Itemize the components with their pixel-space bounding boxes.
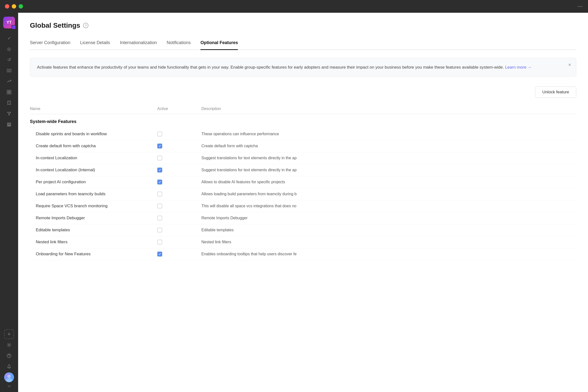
svg-rect-2 xyxy=(7,90,9,92)
svg-rect-1 xyxy=(10,69,11,72)
feature-description: Allows loading build parameters from tea… xyxy=(202,192,576,196)
titlebar: ⋯ xyxy=(0,0,588,13)
feature-description: Remote Imports Debugger xyxy=(202,216,576,220)
table-row: In-context LocalizationSuggest translati… xyxy=(30,152,576,164)
table-row: Require Space VCS branch monitoringThis … xyxy=(30,200,576,212)
sidebar-expand-icon[interactable]: ≫ xyxy=(7,384,11,388)
svg-rect-8 xyxy=(7,124,11,125)
feature-description: Suggest translations for text elements d… xyxy=(202,156,576,160)
feature-name: Nested link filters xyxy=(30,240,157,244)
table-row: In-context Localization (Internal)Sugges… xyxy=(30,164,576,176)
close-window-button[interactable] xyxy=(5,4,9,8)
sidebar-item-history[interactable]: ↺ xyxy=(4,55,14,65)
feature-name: In-context Localization xyxy=(30,156,157,160)
table-row: Disable sprints and boards in workflowTh… xyxy=(30,128,576,140)
svg-rect-5 xyxy=(9,92,11,94)
feature-name: Create default form with captcha xyxy=(30,144,157,148)
feature-active-cell xyxy=(157,240,202,244)
table-row: Editable templatesEditable templates xyxy=(30,224,576,236)
feature-active-cell xyxy=(157,252,202,256)
feature-checkbox[interactable] xyxy=(157,156,162,160)
feature-checkbox[interactable] xyxy=(157,204,162,208)
table-row: Onboarding for New FeaturesEnables onboa… xyxy=(30,248,576,260)
feature-checkbox[interactable] xyxy=(157,216,162,220)
features-toolbar: Unlock feature xyxy=(30,86,576,98)
feature-active-cell xyxy=(157,204,202,208)
svg-rect-0 xyxy=(7,69,8,72)
sidebar-item-grid[interactable] xyxy=(4,87,14,97)
feature-checkbox[interactable] xyxy=(157,144,162,148)
sidebar-item-check[interactable]: ✓ xyxy=(4,33,14,43)
feature-rows-container: Disable sprints and boards in workflowTh… xyxy=(30,128,576,260)
app-logo[interactable]: YT xyxy=(3,17,15,28)
minimize-window-button[interactable] xyxy=(12,4,16,8)
section-system-wide: System-wide Features xyxy=(30,114,576,128)
tab-internationalization[interactable]: Internationalization xyxy=(120,36,157,50)
add-project-button[interactable]: + xyxy=(4,329,14,339)
titlebar-menu-icon[interactable]: ⋯ xyxy=(577,3,583,10)
table-row: Remote Imports DebuggerRemote Imports De… xyxy=(30,212,576,224)
info-banner-close-button[interactable]: × xyxy=(568,62,571,68)
user-avatar[interactable] xyxy=(4,372,14,382)
feature-active-cell xyxy=(157,132,202,136)
svg-rect-7 xyxy=(7,123,11,124)
table-header: Name Active Description xyxy=(30,104,576,114)
feature-checkbox[interactable] xyxy=(157,228,162,232)
feature-description: Enables onboarding tooltips that help us… xyxy=(202,252,576,256)
table-row: Per project AI configurationAllows to di… xyxy=(30,176,576,188)
settings-tabs: Server Configuration License Details Int… xyxy=(30,36,576,50)
col-header-name: Name xyxy=(30,106,157,111)
feature-description: Allows to disable AI features for specif… xyxy=(202,180,576,184)
svg-rect-3 xyxy=(9,90,11,92)
page-title-area: Global Settings ? xyxy=(30,22,576,30)
feature-description: Editable templates xyxy=(202,228,576,232)
page-help-icon[interactable]: ? xyxy=(83,23,88,28)
window-controls[interactable] xyxy=(5,4,23,8)
svg-rect-4 xyxy=(7,92,9,94)
learn-more-link[interactable]: Learn more → xyxy=(505,65,532,70)
feature-description: Suggest translations for text elements d… xyxy=(202,168,576,172)
notifications-sidebar-icon[interactable] xyxy=(4,362,14,372)
page-title-text: Global Settings xyxy=(30,22,80,30)
col-header-active: Active xyxy=(157,106,202,111)
maximize-window-button[interactable] xyxy=(18,4,23,8)
sidebar-item-globe[interactable]: ◎ xyxy=(4,44,14,54)
tab-notifications[interactable]: Notifications xyxy=(166,36,190,50)
sidebar-item-chart[interactable] xyxy=(4,76,14,86)
feature-checkbox[interactable] xyxy=(157,168,162,172)
feature-checkbox[interactable] xyxy=(157,192,162,196)
settings-icon[interactable] xyxy=(4,340,14,350)
sidebar-item-columns[interactable] xyxy=(4,66,14,76)
sidebar: YT ✓ ◎ ↺ xyxy=(0,13,18,392)
feature-name: In-context Localization (Internal) xyxy=(30,168,157,172)
feature-active-cell xyxy=(157,144,202,148)
tab-server-configuration[interactable]: Server Configuration xyxy=(30,36,70,50)
tab-optional-features[interactable]: Optional Features xyxy=(200,36,238,50)
feature-checkbox[interactable] xyxy=(157,180,162,184)
table-row: Load parameters from teamcity buildsAllo… xyxy=(30,188,576,200)
main-content: Global Settings ? Server Configuration L… xyxy=(18,13,588,392)
svg-point-15 xyxy=(6,378,12,382)
svg-point-10 xyxy=(8,344,10,346)
feature-description: This will disable all space vcs integrat… xyxy=(202,204,576,208)
unlock-feature-button[interactable]: Unlock feature xyxy=(535,86,576,98)
help-sidebar-icon[interactable] xyxy=(4,351,14,361)
tab-license-details[interactable]: License Details xyxy=(80,36,110,50)
svg-point-14 xyxy=(7,374,11,378)
svg-rect-9 xyxy=(7,126,11,126)
info-banner-text: Activate features that enhance the produ… xyxy=(37,65,504,70)
feature-name: Editable templates xyxy=(30,228,157,232)
col-header-description: Description xyxy=(202,106,576,111)
feature-checkbox[interactable] xyxy=(157,240,162,244)
feature-description: Nested link filters xyxy=(202,240,576,244)
feature-name: Require Space VCS branch monitoring xyxy=(30,204,157,208)
sidebar-item-layers[interactable] xyxy=(4,120,14,129)
feature-checkbox[interactable] xyxy=(157,132,162,136)
table-row: Nested link filtersNested link filters xyxy=(30,236,576,248)
feature-active-cell xyxy=(157,216,202,220)
feature-description: These operations can influence performan… xyxy=(202,132,576,136)
sidebar-item-book[interactable] xyxy=(4,98,14,108)
feature-active-cell xyxy=(157,192,202,196)
feature-checkbox[interactable] xyxy=(157,252,162,256)
sidebar-item-funnel[interactable] xyxy=(4,109,14,118)
